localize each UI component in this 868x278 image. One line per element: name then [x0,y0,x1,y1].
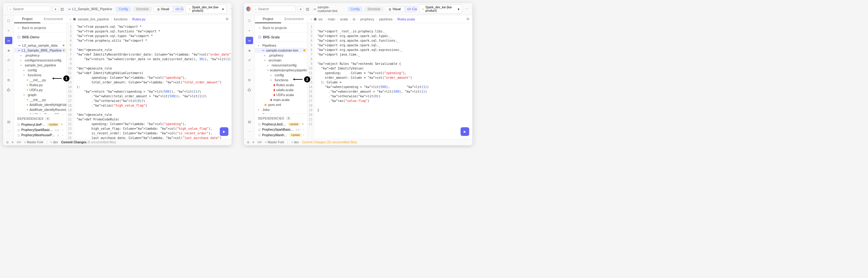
breadcrumb-segment[interactable]: sample_bre_pipeline [78,17,109,21]
branch-label[interactable]: ⑂ dev [50,141,58,144]
tree-folder[interactable]: ▸.prophecy [14,53,66,58]
dep-item[interactable]: ◫ProphecyWarehousePyt...0...› [14,133,66,138]
tree-heading[interactable]: ▸Jobs [255,107,307,112]
tree-folder[interactable]: ▾sample_bre_pipeline [14,63,66,68]
rail-db-icon[interactable]: ▤ [246,118,253,126]
tree-folder[interactable]: ▾src/main [255,58,307,63]
git-icon[interactable]: </> [17,141,21,144]
chevron-right-icon[interactable]: › [303,134,304,137]
rail-history-icon[interactable]: ↺ [246,57,253,64]
rail-pipelines-icon[interactable]: ⫘ [5,37,12,44]
code-editor[interactable]: 12345678910111213141516171819202122 "kw"… [307,23,472,139]
tree-file[interactable]: ▮UDFs.scala [255,92,307,97]
chevron-right-icon[interactable]: › [62,134,63,137]
run-button[interactable]: ▶ [461,127,469,136]
chevron-left-icon[interactable]: ‹ [311,17,312,21]
edit-icon[interactable]: ✎ [61,123,63,126]
rail-db-icon[interactable]: ▤ [5,118,12,126]
code-editor[interactable]: 1234567891011121314151617181920212223242… [67,23,231,139]
chevron-right-icon[interactable]: › [303,128,304,131]
breadcrumb-segment[interactable]: functions [114,17,127,21]
rail-power-icon[interactable]: ⏻ [246,86,253,93]
rail-gem-icon[interactable]: ◈ [246,47,253,54]
tree-file[interactable]: ●AddRule_identifyRecent... [14,107,66,112]
rail-history-icon[interactable]: ↺ [5,57,12,64]
back-to-projects[interactable]: ← Back to projects [14,24,66,32]
dep-item[interactable]: ◫ProphecySparkBasicsS...0.2...› [255,127,307,132]
tab-environment[interactable]: Environment [40,15,67,23]
copy-icon[interactable]: ⧉ [467,17,469,21]
tree-folder[interactable]: ▾scala/io/prophecy/pipelines/r... [255,68,307,73]
code-toggle[interactable]: </>Code [172,6,184,12]
tree-file[interactable]: ●AddRule_identifyHighVal... [14,102,66,107]
tree-folder[interactable]: ▸resources/config [255,63,307,68]
tab-project[interactable]: Project [14,15,40,23]
tree-folder[interactable]: ▸config [255,73,307,78]
fork-label[interactable]: ⑂ Master Fork [24,141,43,144]
tree-folder[interactable]: ▸.prophecy [255,53,307,58]
tab-project[interactable]: Project [255,15,281,23]
terminal-icon[interactable]: ⊙ [6,141,9,144]
dep-item[interactable]: ◫ProphecyWareho...Update› [255,132,307,138]
schedule-button[interactable]: Schedule [364,6,383,12]
rail-pulse-icon[interactable]: ⟋ [246,66,253,74]
git-icon[interactable]: </> [257,141,262,144]
tree-pipeline-0[interactable]: ⫘L0_setup_sample_data [14,43,66,48]
rail-gem-icon[interactable]: ◈ [5,47,12,54]
code-content[interactable]: "kw">import _root_.io.prophecy.libs._"kw… [315,23,431,139]
rail-more-icon[interactable]: ⋯ [5,128,12,135]
fabric-selector[interactable]: ✦ Spark_dev_kw (kw-product) ▾ [419,4,462,13]
tree-file[interactable]: ●UDFs.py [14,87,66,92]
commit-button[interactable]: Commit Changes (6 uncommitted files) [61,141,116,144]
config-button[interactable]: Config [347,6,363,12]
problems-icon[interactable]: ≡ [252,141,254,144]
chevron-left-icon[interactable]: ‹ [70,17,71,21]
tree-file-rules[interactable]: ●Rules.py [14,82,66,87]
config-button[interactable]: Config [116,6,131,12]
tree-folder[interactable]: ▾functions [255,78,307,82]
schedule-button[interactable]: Schedule [133,6,152,12]
tree-file-rules[interactable]: ▮Rules.scala [255,82,307,87]
dep-item[interactable]: ◫ProphecySparkBasicsP...0.2...› [14,127,66,133]
tree-folder[interactable]: ▸config [14,68,66,73]
more-menu[interactable]: ⋯ [464,6,470,12]
rail-more-icon[interactable]: ⋯ [246,128,253,135]
rail-pulse-icon[interactable]: ⟋ [5,66,12,74]
collapse-button[interactable]: « [298,6,304,12]
breadcrumb-segment[interactable]: prophecy [360,17,374,21]
edit-icon[interactable]: ✎ [302,122,304,126]
dep-item[interactable]: ◫ProphecyLibsPythonUpdate✎ [14,122,66,127]
breadcrumb-segment[interactable]: pipelines [379,17,392,21]
rail-pipelines-icon[interactable]: ⫘ [246,37,253,44]
problems-icon[interactable]: ≡ [12,141,13,144]
breadcrumb-segment[interactable]: main [328,17,335,21]
breadcrumb-segment[interactable]: src [318,17,323,21]
branch-label[interactable]: ⑂ dev [291,141,299,144]
tree-pipeline-0[interactable]: ⫘sample-customer-bre [255,48,307,53]
commit-button[interactable]: Commit Changes (15 uncommitted files) [302,141,357,144]
search-input[interactable]: ⌕ [252,6,296,12]
breadcrumb-segment[interactable]: io [353,17,355,21]
code-toggle[interactable]: </>Code [404,6,417,12]
more-menu[interactable]: ⋯ [228,6,231,12]
rail-add-icon[interactable]: + [246,27,253,34]
rail-home-icon[interactable]: ⬡ [5,17,12,24]
chevron-right-icon[interactable]: › [62,129,63,132]
search-input[interactable]: ⌕ [7,6,51,12]
rail-home-icon[interactable]: ⬡ [246,17,253,24]
run-button[interactable]: ▶ [220,127,228,136]
rail-power-icon[interactable]: ⏻ [5,86,12,93]
rail-lineage-icon[interactable]: ⧉ [5,76,12,84]
tree-pipeline-1[interactable]: ⫘L1_Sample_BRE_Pipeline [14,48,66,53]
collapse-button[interactable]: « [53,6,59,12]
tree-file[interactable]: ▣pom.xml [255,102,307,107]
tree-folder[interactable]: ▾graph [14,92,66,97]
pipeline-name-chip[interactable]: ⫘ sample-customer-bre [311,5,346,13]
terminal-icon[interactable]: ⊙ [247,141,249,144]
visual-toggle[interactable]: ◎Visual [154,6,172,12]
fork-label[interactable]: ⑂ Master Fork [265,141,284,144]
tree-folder[interactable]: ▾functions [14,73,66,78]
pipeline-name-chip[interactable]: ⫘ L1_Sample_BRE_Pipeline [66,6,114,11]
tree-heading[interactable]: ▾Pipelines [255,43,307,48]
rail-add-icon[interactable]: + [5,27,12,34]
